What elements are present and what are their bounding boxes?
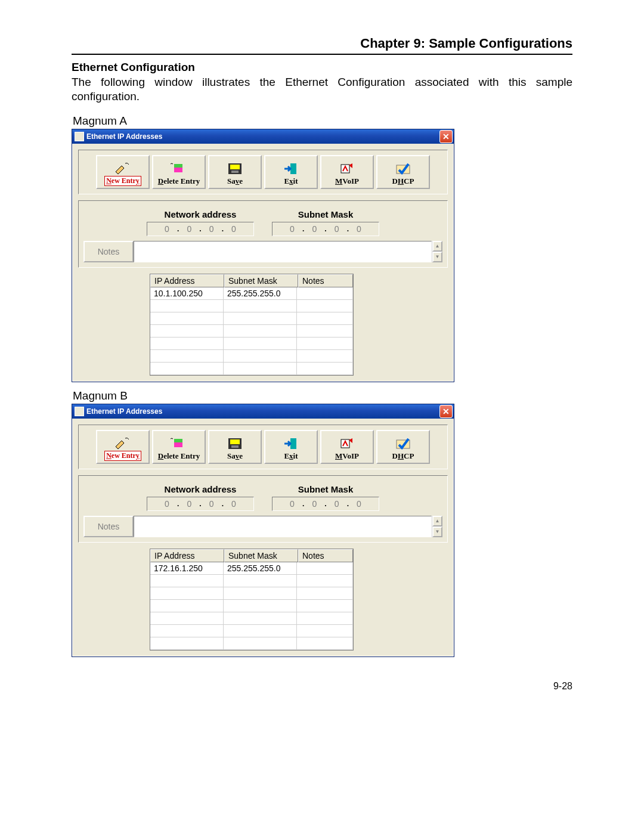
table-row[interactable]: [150, 300, 353, 312]
notes-scrollbar[interactable]: ▲ ▼: [432, 516, 442, 537]
floppy-icon: [227, 437, 243, 450]
delete-entry-button[interactable]: Delete Entry: [152, 155, 206, 189]
cell-notes: [297, 287, 353, 300]
save-label: Save: [227, 451, 243, 461]
network-address-input[interactable]: 0. 0. 0. 0: [147, 497, 254, 511]
delete-entry-button[interactable]: Delete Entry: [152, 430, 206, 464]
ip-octet[interactable]: 0: [350, 499, 368, 509]
new-entry-label: New Entry: [104, 451, 141, 461]
ip-octet[interactable]: 0: [225, 499, 243, 509]
ip-octet[interactable]: 0: [158, 224, 176, 234]
cell-mask: [224, 300, 297, 312]
network-address-input[interactable]: 0. 0. 0. 0: [147, 222, 254, 236]
cell-ip: [150, 300, 224, 312]
save-button[interactable]: Save: [208, 430, 262, 464]
ip-octet[interactable]: 0: [180, 499, 198, 509]
cell-notes: [297, 600, 353, 612]
cell-notes: [297, 612, 353, 625]
scroll-up-icon[interactable]: ▲: [432, 516, 442, 527]
table-row[interactable]: [150, 637, 353, 650]
mvoip-button[interactable]: MVoIP: [320, 155, 374, 189]
ip-octet[interactable]: 0: [203, 499, 221, 509]
table-row[interactable]: [150, 587, 353, 600]
cell-mask: [224, 612, 297, 625]
subnet-mask-input[interactable]: 0. 0. 0. 0: [272, 222, 379, 236]
new-entry-button[interactable]: New Entry: [96, 430, 150, 464]
cell-mask: [224, 312, 297, 325]
ip-octet[interactable]: 0: [328, 499, 346, 509]
cell-ip: 10.1.100.250: [150, 287, 224, 300]
ip-octet[interactable]: 0: [305, 499, 323, 509]
ip-address-grid[interactable]: IP Address Subnet Mask Notes 172.16.1.25…: [150, 549, 354, 651]
cell-notes: [297, 562, 353, 575]
cell-mask: [224, 350, 297, 363]
cell-mask: [224, 625, 297, 637]
cell-mask: [224, 637, 297, 650]
table-row[interactable]: [150, 350, 353, 363]
exit-label: Exit: [284, 451, 298, 461]
table-row[interactable]: [150, 612, 353, 625]
grid-header-ip: IP Address: [150, 274, 224, 287]
exit-button[interactable]: Exit: [264, 155, 318, 189]
svg-rect-9: [174, 439, 182, 442]
cell-notes: [297, 300, 353, 312]
ip-address-grid[interactable]: IP Address Subnet Mask Notes 10.1.100.25…: [150, 274, 354, 376]
close-button[interactable]: ✕: [439, 405, 453, 418]
exit-label: Exit: [284, 176, 298, 186]
table-row[interactable]: [150, 363, 353, 375]
dhcp-check-icon: [395, 162, 411, 175]
new-entry-button[interactable]: New Entry: [96, 155, 150, 189]
close-button[interactable]: ✕: [439, 130, 453, 143]
exit-door-icon: [283, 437, 299, 450]
table-row[interactable]: [150, 325, 353, 337]
cell-notes: [297, 337, 353, 350]
grid-header-notes: Notes: [298, 274, 353, 287]
eraser-icon: [171, 162, 187, 175]
notes-input[interactable]: [134, 516, 432, 537]
table-row[interactable]: [150, 575, 353, 587]
ip-octet[interactable]: 0: [225, 224, 243, 234]
app-icon: [75, 407, 84, 416]
cell-ip: [150, 612, 224, 625]
cell-notes: [297, 350, 353, 363]
dhcp-label: DHCP: [392, 176, 414, 186]
ip-octet[interactable]: 0: [283, 499, 301, 509]
svg-rect-3: [230, 165, 240, 169]
grid-header-mask: Subnet Mask: [224, 274, 298, 287]
notes-input[interactable]: [134, 241, 432, 262]
cell-ip: [150, 587, 224, 600]
ip-octet[interactable]: 0: [158, 499, 176, 509]
table-row[interactable]: [150, 337, 353, 350]
cell-mask: 255.255.255.0: [224, 287, 297, 300]
cell-mask: [224, 600, 297, 612]
table-row[interactable]: [150, 625, 353, 637]
table-row[interactable]: 10.1.100.250 255.255.255.0: [150, 287, 353, 300]
cell-mask: [224, 337, 297, 350]
ip-octet[interactable]: 0: [350, 224, 368, 234]
cell-notes: [297, 325, 353, 337]
scroll-down-icon[interactable]: ▼: [432, 252, 442, 262]
scroll-up-icon[interactable]: ▲: [432, 241, 442, 252]
dhcp-button[interactable]: DHCP: [376, 155, 430, 189]
table-row[interactable]: [150, 600, 353, 612]
cell-notes: [297, 575, 353, 587]
ip-octet[interactable]: 0: [283, 224, 301, 234]
intro-paragraph: The following window illustrates the Eth…: [72, 75, 572, 104]
exit-button[interactable]: Exit: [264, 430, 318, 464]
dhcp-button[interactable]: DHCP: [376, 430, 430, 464]
notes-scrollbar[interactable]: ▲ ▼: [432, 241, 442, 262]
ip-octet[interactable]: 0: [180, 224, 198, 234]
mvoip-button[interactable]: MVoIP: [320, 430, 374, 464]
cell-notes: [297, 312, 353, 325]
ethernet-ip-addresses-window: Ethernet IP Addresses ✕ New Entry: [72, 404, 454, 657]
ip-octet[interactable]: 0: [328, 224, 346, 234]
table-row[interactable]: [150, 312, 353, 325]
save-button[interactable]: Save: [208, 155, 262, 189]
subnet-mask-input[interactable]: 0. 0. 0. 0: [272, 497, 379, 511]
delete-entry-label: Delete Entry: [158, 176, 200, 186]
table-row[interactable]: 172.16.1.250 255.255.255.0: [150, 562, 353, 575]
svg-rect-1: [174, 164, 182, 168]
ip-octet[interactable]: 0: [305, 224, 323, 234]
scroll-down-icon[interactable]: ▼: [432, 527, 442, 537]
ip-octet[interactable]: 0: [203, 224, 221, 234]
